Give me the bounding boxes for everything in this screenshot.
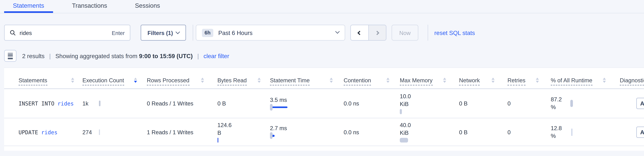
statement-time-bar bbox=[270, 132, 340, 139]
sort-icon[interactable] bbox=[536, 78, 539, 83]
column-header-label[interactable]: Diagnostics bbox=[620, 77, 644, 85]
sort-icon[interactable] bbox=[201, 78, 204, 83]
divider: | bbox=[197, 53, 199, 59]
pct-of-all-runtime-value: 87.2 % bbox=[551, 96, 567, 111]
sort-icon[interactable] bbox=[71, 78, 74, 83]
reset-sql-stats-link[interactable]: reset SQL stats bbox=[434, 30, 475, 36]
pct-of-all-runtime-cell: 87.2 % bbox=[546, 96, 613, 111]
max-memory-value: 40.0 KiB bbox=[400, 121, 418, 137]
now-button[interactable]: Now bbox=[392, 25, 418, 41]
prev-time-button[interactable] bbox=[351, 25, 368, 40]
column-header-network[interactable]: Network bbox=[454, 75, 502, 88]
aggregation-summary-range: 9:00 to 15:59 (UTC) bbox=[139, 53, 193, 59]
column-selector-button[interactable] bbox=[4, 50, 16, 62]
pct-of-all-runtime-cell: 12.8 % bbox=[546, 124, 613, 140]
time-range-dropdown[interactable]: 6h Past 6 Hours bbox=[196, 25, 345, 41]
time-range-badge: 6h bbox=[202, 28, 213, 37]
rows-processed-value: 1 Reads / 1 Writes bbox=[147, 129, 193, 135]
retries-value: 0 bbox=[508, 100, 511, 107]
column-header-rows-processed[interactable]: Rows Processed bbox=[144, 75, 211, 88]
column-header-label[interactable]: Statements bbox=[18, 77, 47, 85]
execution-count-cell: 1k bbox=[82, 89, 144, 118]
sort-icon[interactable] bbox=[443, 78, 446, 83]
tab-statements-label: Statements bbox=[13, 2, 44, 9]
tab-statements[interactable]: Statements bbox=[4, 0, 53, 13]
tab-sessions-label: Sessions bbox=[135, 2, 160, 9]
sql-command: UPDATE bbox=[18, 129, 38, 135]
rows-processed-cell: 1 Reads / 1 Writes bbox=[144, 129, 211, 135]
column-header-pct-of-all-runtime[interactable]: % of All Runtime bbox=[546, 75, 613, 88]
column-header-label[interactable]: Contention bbox=[344, 77, 371, 85]
column-header-label[interactable]: Execution Count bbox=[82, 77, 124, 85]
sort-icon[interactable] bbox=[258, 78, 261, 83]
retries-cell: 0 bbox=[502, 129, 546, 135]
sort-icon[interactable] bbox=[330, 78, 333, 83]
bytes-read-cell: 0 B bbox=[211, 100, 268, 107]
bytes-read-value: 124.6 B bbox=[218, 121, 235, 137]
column-header-statement-time[interactable]: Statement Time bbox=[268, 75, 340, 88]
column-header-label[interactable]: Rows Processed bbox=[147, 77, 189, 85]
column-header-diagnostics[interactable]: Diagnostics bbox=[613, 75, 644, 88]
column-header-label[interactable]: % of All Runtime bbox=[551, 77, 592, 85]
diagnostics-cell: Activate bbox=[613, 98, 644, 109]
time-nav-group bbox=[350, 25, 386, 41]
search-input[interactable] bbox=[20, 30, 112, 36]
column-header-label[interactable]: Max Memory bbox=[400, 77, 432, 85]
filters-button[interactable]: Filters (1) bbox=[141, 25, 186, 41]
statement-fingerprint-link[interactable]: UPDATErides bbox=[18, 129, 58, 135]
statements-page: Statements Transactions Sessions Enter F… bbox=[0, 0, 644, 156]
next-time-button[interactable] bbox=[368, 25, 386, 40]
sort-icon[interactable] bbox=[386, 78, 390, 83]
bytes-read-value: 0 B bbox=[218, 100, 226, 107]
list-lines-icon bbox=[8, 53, 13, 59]
column-header-label[interactable]: Bytes Read bbox=[218, 77, 247, 85]
tab-transactions[interactable]: Transactions bbox=[63, 0, 116, 13]
activate-diagnostics-button[interactable]: Activate bbox=[636, 98, 644, 109]
contention-value: 0.0 ns bbox=[344, 100, 359, 107]
column-header-retries[interactable]: Retries bbox=[502, 75, 546, 88]
now-label: Now bbox=[399, 30, 410, 36]
table-header-row: Statements Execution Count Rows Processe… bbox=[4, 68, 644, 89]
sort-icon[interactable] bbox=[492, 78, 494, 83]
max-memory-bar bbox=[400, 109, 402, 114]
toolbar-divider bbox=[193, 25, 193, 41]
statement-cell: UPDATErides bbox=[4, 129, 82, 135]
aggregation-summary: Showing aggregated stats from 9:00 to 15… bbox=[56, 53, 193, 59]
network-value: 0 B bbox=[459, 129, 468, 135]
column-header-statements[interactable]: Statements bbox=[4, 75, 82, 88]
column-header-label[interactable]: Statement Time bbox=[270, 77, 310, 85]
pct-of-all-runtime-bar bbox=[570, 100, 573, 107]
chevron-down-icon bbox=[335, 29, 340, 33]
network-cell: 0 B bbox=[454, 129, 502, 135]
sort-icon[interactable] bbox=[603, 78, 606, 83]
statement-time-cell: 2.7 ms bbox=[268, 125, 340, 139]
sql-command: INSERT INTO bbox=[18, 100, 54, 107]
statement-fingerprint-link[interactable]: INSERT INTOrides bbox=[18, 100, 74, 107]
column-header-max-memory[interactable]: Max Memory bbox=[397, 75, 454, 88]
pct-of-all-runtime-bar bbox=[571, 128, 572, 136]
contention-cell: 0.0 ns bbox=[340, 100, 397, 107]
column-header-label[interactable]: Network bbox=[459, 77, 480, 85]
column-header-label[interactable]: Retries bbox=[508, 77, 526, 85]
table-row: UPDATErides 274 1 Reads / 1 Writes 124.6… bbox=[4, 118, 644, 146]
sql-table-name: rides bbox=[58, 100, 74, 107]
column-header-contention[interactable]: Contention bbox=[340, 75, 397, 88]
sort-icon-active-desc[interactable] bbox=[134, 78, 137, 83]
search-icon bbox=[10, 30, 16, 36]
bytes-read-cell: 124.6 B bbox=[211, 121, 268, 143]
table-row: INSERT INTOrides 1k 0 Reads / 1 Writes 0… bbox=[4, 89, 644, 118]
contention-value: 0.0 ns bbox=[344, 129, 359, 135]
tab-sessions[interactable]: Sessions bbox=[126, 0, 169, 13]
column-header-execution-count[interactable]: Execution Count bbox=[82, 75, 144, 88]
clear-filter-link[interactable]: clear filter bbox=[204, 53, 229, 59]
column-header-bytes-read[interactable]: Bytes Read bbox=[211, 75, 268, 88]
statement-time-value: 2.7 ms bbox=[270, 125, 340, 131]
execution-count-value: 1k bbox=[82, 100, 88, 107]
chevron-down-icon bbox=[176, 30, 180, 34]
activate-diagnostics-button[interactable]: Activate bbox=[636, 126, 644, 138]
retries-value: 0 bbox=[508, 129, 511, 135]
statements-table: Statements Execution Count Rows Processe… bbox=[4, 67, 644, 151]
search-box[interactable]: Enter bbox=[4, 25, 130, 41]
tab-transactions-label: Transactions bbox=[72, 2, 107, 9]
toolbar: Enter Filters (1) 6h Past 6 Hours Now re… bbox=[4, 25, 644, 41]
